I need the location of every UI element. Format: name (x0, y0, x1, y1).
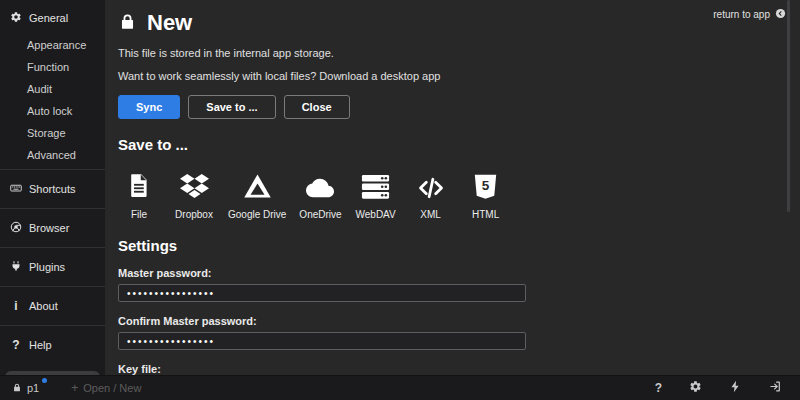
sidebar-item-shortcuts[interactable]: Shortcuts (0, 173, 105, 205)
footer-open-new-button[interactable]: + Open / New (71, 381, 141, 395)
sidebar-item-appearance[interactable]: Appearance (0, 34, 105, 56)
save-to-button[interactable]: Save to ... (188, 95, 275, 119)
gear-icon (689, 380, 702, 396)
settings-main-panel: return to app New This file is stored in… (105, 0, 800, 375)
sidebar-sub-label: Auto lock (27, 105, 72, 117)
lock-icon (118, 11, 137, 36)
save-target-label: XML (420, 209, 441, 220)
save-target-xml[interactable]: XML (410, 166, 452, 220)
sidebar-item-audit[interactable]: Audit (0, 78, 105, 100)
page-header: New (118, 10, 800, 36)
lock-icon (12, 382, 22, 395)
close-button[interactable]: Close (284, 95, 350, 119)
footer-open-file-p1[interactable]: p1 (12, 382, 39, 395)
sidebar-item-advanced[interactable]: Advanced (0, 144, 105, 166)
save-target-label: Dropbox (175, 209, 213, 220)
plus-icon: + (71, 381, 78, 395)
sidebar-item-label: Shortcuts (29, 183, 75, 195)
return-to-app-label: return to app (713, 9, 770, 20)
sidebar-item-help[interactable]: ? Help (0, 329, 105, 361)
sync-button[interactable]: Sync (118, 95, 180, 119)
save-targets-row: File Dropbox Google Drive OneDrive (118, 166, 800, 220)
save-target-label: OneDrive (299, 209, 341, 220)
sidebar-item-storage[interactable]: Storage (0, 122, 105, 144)
browser-icon (10, 221, 22, 235)
sidebar-sub-label: Audit (27, 83, 52, 95)
code-icon (414, 166, 448, 202)
question-icon: ? (10, 338, 22, 352)
save-target-html[interactable]: 5 HTML (465, 166, 507, 220)
sidebar-item-about[interactable]: i About (0, 290, 105, 322)
sidebar-item-plugins[interactable]: Plugins (0, 251, 105, 283)
sidebar-divider (0, 208, 105, 209)
footer-open-label: Open / New (83, 382, 141, 394)
sidebar-item-browser[interactable]: Browser (0, 212, 105, 244)
generator-button[interactable] (729, 380, 742, 396)
plug-icon (10, 260, 22, 274)
confirm-master-password-field[interactable] (118, 332, 526, 350)
dropbox-icon (178, 166, 211, 202)
master-password-label: Master password: (118, 267, 800, 279)
cloud-icon (302, 166, 338, 202)
file-action-buttons: Sync Save to ... Close (118, 95, 800, 119)
modified-indicator-dot (42, 378, 47, 383)
keyboard-icon (10, 182, 22, 196)
sidebar-divider (0, 325, 105, 326)
sign-out-icon (769, 380, 782, 396)
svg-text:5: 5 (482, 178, 490, 193)
master-password-field[interactable] (118, 284, 526, 302)
settings-sidebar: General Appearance Function Audit Auto l… (0, 0, 105, 375)
save-target-label: HTML (472, 209, 499, 220)
sidebar-sub-label: Storage (27, 127, 66, 139)
settings-heading: Settings (118, 237, 800, 254)
sidebar-item-auto-lock[interactable]: Auto lock (0, 100, 105, 122)
sidebar-divider (0, 169, 105, 170)
scrollbar-thumb[interactable] (787, 0, 790, 212)
sidebar-item-label: About (29, 300, 58, 312)
settings-button[interactable] (689, 380, 702, 396)
sidebar-item-general[interactable]: General (0, 2, 105, 34)
footer-file-name: p1 (27, 382, 39, 394)
save-target-file[interactable]: File (118, 166, 160, 220)
page-title: New (147, 10, 192, 36)
html5-icon: 5 (472, 166, 499, 202)
lightning-icon (729, 380, 742, 396)
save-target-webdav[interactable]: WebDAV (355, 166, 397, 220)
sidebar-item-function[interactable]: Function (0, 56, 105, 78)
save-target-label: File (131, 209, 147, 220)
app-window: General Appearance Function Audit Auto l… (0, 0, 800, 375)
desktop-app-text[interactable]: Want to work seamlessly with local files… (118, 70, 800, 82)
file-icon (126, 166, 152, 202)
sidebar-sub-label: Appearance (27, 39, 86, 51)
question-icon: ? (655, 381, 662, 395)
gear-icon (10, 11, 22, 25)
google-drive-icon (241, 166, 274, 202)
save-target-label: Google Drive (228, 209, 286, 220)
app-footer: p1 + Open / New ? (0, 375, 800, 400)
sidebar-item-label: General (29, 12, 68, 24)
key-file-label: Key file: (118, 363, 800, 375)
lock-workspace-button[interactable] (769, 380, 782, 396)
sidebar-divider (0, 286, 105, 287)
sidebar-item-label: Browser (29, 222, 69, 234)
footer-actions: ? (655, 380, 788, 396)
save-target-onedrive[interactable]: OneDrive (299, 166, 341, 220)
save-target-google-drive[interactable]: Google Drive (228, 166, 286, 220)
save-to-heading: Save to ... (118, 136, 800, 153)
storage-info-text: This file is stored in the internal app … (118, 47, 800, 59)
sidebar-divider (0, 247, 105, 248)
server-icon (359, 166, 392, 202)
sidebar-sub-label: Advanced (27, 149, 76, 161)
sidebar-sub-label: Function (27, 61, 69, 73)
sidebar-item-label: Plugins (29, 261, 65, 273)
save-target-label: WebDAV (356, 209, 396, 220)
info-icon: i (10, 299, 22, 313)
back-circle-icon (775, 8, 786, 21)
confirm-master-password-label: Confirm Master password: (118, 315, 800, 327)
return-to-app-link[interactable]: return to app (713, 8, 786, 21)
sidebar-item-label: Help (29, 339, 52, 351)
help-button[interactable]: ? (655, 381, 662, 395)
save-target-dropbox[interactable]: Dropbox (173, 166, 215, 220)
